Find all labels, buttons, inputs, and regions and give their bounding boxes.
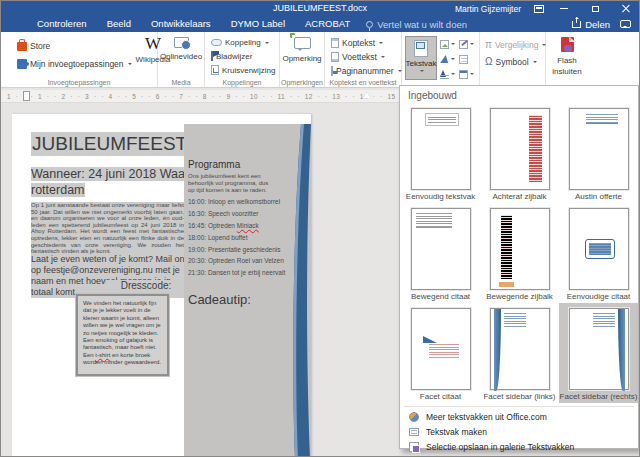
comment-label: Opmerking: [282, 54, 321, 63]
my-addins-label: Mijn invoegtoepassingen: [30, 59, 124, 69]
programma-heading: Programma: [188, 159, 283, 170]
maximize-button[interactable]: [584, 2, 606, 16]
group-symbolen: π Vergelijking Ω Symbool: [480, 32, 546, 87]
quick-parts-button[interactable]: [440, 37, 458, 51]
share-button[interactable]: Delen: [572, 19, 610, 30]
doc-heading-title[interactable]: JUBILEUMFEEST: [31, 132, 191, 156]
menu-item-label: Selectie opslaan in galerie Tekstvakken: [426, 442, 574, 452]
gallery-item-bewegende-zijbalk[interactable]: Bewegende zijbalk: [480, 203, 559, 303]
thumbnail: [490, 308, 550, 390]
online-video-button[interactable]: Onlinevideo: [158, 32, 204, 61]
link-icon: [211, 39, 222, 46]
tab-dymo-label[interactable]: DYMO Label: [221, 16, 295, 32]
thumbnail: [490, 208, 550, 290]
group-koppelingen: Koppeling Bladwijzer Kruisverwijzing Kop…: [205, 32, 280, 87]
tab-ontwikkelaars[interactable]: Ontwikkelaars: [141, 16, 221, 32]
link-button[interactable]: Koppeling: [211, 38, 279, 47]
chevron-down-icon: [451, 58, 455, 62]
gallery-item-eenvoudige-citaat[interactable]: Eenvoudige citaat: [559, 203, 638, 303]
group-label: Invoegtoepassingen: [1, 79, 157, 86]
document-page[interactable]: JUBILEUMFEEST Wanneer: 24 juni 2018 Waar…: [12, 114, 311, 457]
horizontal-ruler[interactable]: 1 · · · 1 · · 2 · · 3 · · 4 · · 5 · · 6 …: [1, 90, 399, 103]
share-label: Delen: [585, 19, 610, 30]
page-number-button[interactable]: Paginanummer: [331, 66, 401, 76]
dresscode-heading[interactable]: Dresscode:: [106, 280, 186, 291]
schedule-line: 18:00: Lopend buffet: [188, 234, 283, 241]
tab-acrobat[interactable]: ACROBAT: [295, 16, 360, 32]
object-button[interactable]: [459, 67, 477, 81]
thumbnail: [490, 108, 550, 190]
footer-button[interactable]: Voettekst: [331, 52, 401, 62]
gallery-item-label: Achteraf zijbalk: [480, 192, 559, 201]
misspelled-word: Miniack: [237, 222, 259, 229]
tell-me-search[interactable]: Vertel wat u wilt doen: [366, 19, 467, 30]
group-media: Onlinevideo Media: [158, 32, 205, 87]
chevron-down-icon: [379, 42, 383, 46]
right-indent-marker[interactable]: [363, 92, 371, 98]
gallery-grid: Eenvoudig tekstvak Achteraf zijbalk Aust…: [400, 103, 638, 403]
menu-more-textboxes[interactable]: Meer tekstvakken uit Office.com: [402, 409, 636, 424]
omega-icon: Ω: [485, 57, 492, 67]
signature-line-button[interactable]: [459, 37, 477, 51]
ribbon-tab-bar: Controleren Beeld Ontwikkelaars DYMO Lab…: [1, 16, 639, 32]
dresscode-textbox[interactable]: We vinden het natuurlijk fijn dat je je …: [76, 294, 169, 376]
datetime-button[interactable]: [459, 52, 477, 66]
gallery-item-eenvoudig-tekstvak[interactable]: Eenvoudig tekstvak: [401, 103, 480, 203]
pi-icon: π: [485, 40, 492, 50]
wordart-icon: [440, 55, 449, 64]
share-icon: [572, 21, 581, 28]
group-koptekst-voettekst: Koptekst Voettekst Paginanummer Koptekst…: [325, 32, 402, 87]
close-button[interactable]: [615, 2, 637, 16]
chevron-down-icon: [265, 42, 269, 46]
tab-beeld[interactable]: Beeld: [97, 16, 141, 32]
menu-draw-textbox[interactable]: Tekstvak maken: [402, 424, 636, 439]
indent-marker[interactable]: [23, 91, 30, 101]
tell-me-label: Vertel wat u wilt doen: [377, 19, 467, 30]
gallery-item-facet-citaat[interactable]: Facet citaat: [401, 303, 480, 403]
doc-rsvp-paragraph[interactable]: Laat je even weten of je komt? Mail ons …: [31, 254, 191, 298]
comment-button[interactable]: Opmerking: [280, 32, 324, 63]
store-icon: [17, 42, 27, 51]
quick-parts-icon: [440, 40, 449, 49]
gallery-item-facet-sidebar-links[interactable]: Facet sidebar (links): [480, 303, 559, 403]
programma-sidebar[interactable]: Programma Ons jubileumfeest kent een beh…: [184, 124, 311, 457]
gallery-item-austin-offerte[interactable]: Austin offerte: [559, 103, 638, 203]
gallery-item-bewegend-citaat[interactable]: Bewegend citaat: [401, 203, 480, 303]
header-label: Koptekst: [342, 38, 375, 48]
cross-reference-button[interactable]: Kruisverwijzing: [211, 65, 279, 75]
minimize-button[interactable]: [553, 2, 575, 16]
equation-button: π Vergelijking: [485, 40, 545, 50]
tab-controleren[interactable]: Controleren: [27, 16, 97, 32]
thumbnail: [569, 308, 629, 390]
header-button[interactable]: Koptekst: [331, 38, 401, 48]
store-button[interactable]: Store: [17, 40, 132, 51]
bookmark-flag-icon: [211, 51, 213, 61]
gallery-item-achteraf-zijbalk[interactable]: Achteraf zijbalk: [480, 103, 559, 203]
maximize-icon: [592, 6, 599, 12]
addins-icon: [17, 59, 27, 69]
doc-intro-paragraph[interactable]: Op 1 juni aanstaande bestaat onze vereni…: [31, 202, 184, 255]
symbol-button[interactable]: Ω Symbool: [485, 57, 545, 67]
wordart-button[interactable]: [440, 52, 458, 66]
symbol-label: Symbool: [495, 57, 528, 67]
online-video-label: Onlinevideo: [160, 52, 202, 61]
gallery-item-label: Bewegende zijbalk: [480, 292, 559, 301]
flash-icon: [561, 37, 574, 52]
signature-line-icon: [459, 40, 468, 49]
dropcap-button[interactable]: [440, 67, 458, 81]
page-number-label: Paginanummer: [336, 66, 394, 76]
when-line-2[interactable]: rotterdam: [31, 183, 85, 197]
my-addins-button[interactable]: Mijn invoegtoepassingen: [17, 59, 132, 69]
feedback-icon[interactable]: [620, 20, 631, 28]
menu-save-selection[interactable]: Selectie opslaan in galerie Tekstvakken: [402, 439, 636, 454]
chevron-down-icon: [128, 63, 132, 67]
textbox-button[interactable]: Tekstvak: [405, 36, 437, 80]
menu-separator: [404, 406, 634, 407]
gallery-item-label: Eenvoudig tekstvak: [401, 192, 480, 201]
gallery-item-facet-sidebar-rechts[interactable]: Facet sidebar (rechts): [559, 303, 638, 403]
flash-embed-button[interactable]: Flash insluiten: [546, 32, 588, 76]
bookmark-button[interactable]: Bladwijzer: [211, 51, 279, 61]
gallery-item-label: Bewegend citaat: [401, 292, 480, 301]
ribbon-display-options-icon[interactable]: [534, 5, 544, 13]
comment-icon: [294, 37, 311, 49]
